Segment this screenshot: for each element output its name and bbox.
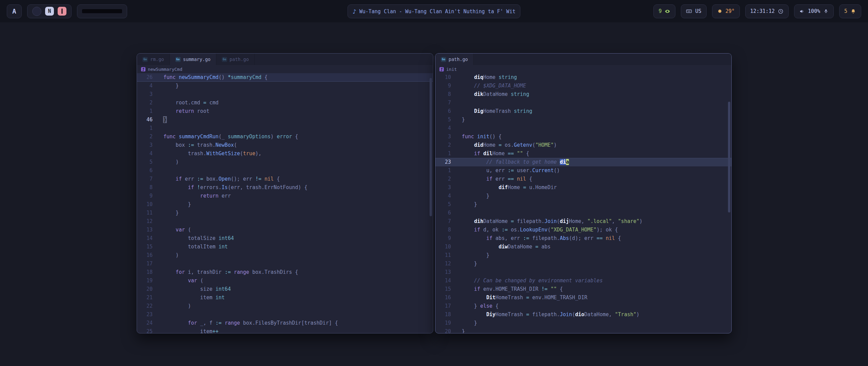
- code-line[interactable]: 14 totalSize int64: [137, 234, 433, 243]
- code-line[interactable]: 1 if dilHome == "" {: [435, 149, 731, 158]
- code-line[interactable]: 4 }: [435, 192, 731, 200]
- code-line[interactable]: 24 for _, f := range box.FilesByTrashDir…: [137, 319, 433, 327]
- keyboard-layout-value: US: [695, 8, 701, 14]
- code-line[interactable]: 8 dikDataHome string: [435, 90, 731, 99]
- code-line[interactable]: 23 // fallback to get home dia: [435, 158, 731, 166]
- code-line[interactable]: 13: [435, 268, 731, 277]
- code-line[interactable]: 3func init() {: [435, 133, 731, 141]
- code-line[interactable]: 1: [137, 124, 433, 133]
- code-line[interactable]: 15 totalItem int: [137, 243, 433, 251]
- context-line[interactable]: 26func newSummaryCmd() *summaryCmd {: [137, 73, 433, 82]
- tab-label: path.go: [230, 57, 249, 62]
- line-number: 6: [137, 166, 159, 175]
- code-line[interactable]: 19 var (: [137, 277, 433, 285]
- code-line[interactable]: 1 u, err := user.Current(): [435, 166, 731, 175]
- code-line[interactable]: 5 ): [137, 158, 433, 166]
- clock-module[interactable]: 12:31:12: [745, 4, 789, 18]
- code-line[interactable]: 5}: [435, 116, 731, 124]
- code-line[interactable]: 8 if d, ok := os.LookupEnv("XDG_DATA_HOM…: [435, 226, 731, 234]
- volume-value: 100%: [808, 8, 820, 14]
- code-line[interactable]: 25 item++: [137, 327, 433, 333]
- scrollbar-left[interactable]: [430, 78, 432, 216]
- code-text: }: [457, 192, 489, 200]
- code-line[interactable]: 10 diqHome string: [435, 73, 731, 82]
- code-line[interactable]: 14 // Can be changed by environment vari…: [435, 277, 731, 285]
- code-line[interactable]: 9 // $XDG_DATA_HOME: [435, 82, 731, 90]
- code-line[interactable]: 23: [137, 310, 433, 319]
- keyboard-layout-module[interactable]: US: [681, 4, 706, 18]
- code-line[interactable]: 21 item int: [137, 293, 433, 302]
- code-line[interactable]: 4: [435, 124, 731, 133]
- window-title-module[interactable]: [77, 4, 127, 18]
- code-line[interactable]: 16 DitHomeTrash = env.HOME_TRASH_DIR: [435, 293, 731, 302]
- app-icon-book[interactable]: [58, 7, 66, 16]
- app-icon-circle[interactable]: [32, 7, 41, 16]
- code-text: trash.WithGetSize(true),: [159, 149, 261, 158]
- volume-module[interactable]: 100%: [794, 4, 834, 18]
- code-text: if d, ok := os.LookupEnv("XDG_DATA_HOME"…: [457, 226, 618, 234]
- app-icon-n[interactable]: N: [45, 7, 54, 16]
- code-line[interactable]: 1 return root: [137, 107, 433, 116]
- code-line[interactable]: 16 ): [137, 251, 433, 260]
- code-line[interactable]: 7: [435, 99, 731, 107]
- code-text: [159, 124, 163, 133]
- line-number: 9: [435, 82, 457, 90]
- code-line[interactable]: 7 if err := box.Open(); err != nil {: [137, 175, 433, 183]
- line-number: 9: [435, 234, 457, 243]
- weather-module[interactable]: 29°: [712, 4, 740, 18]
- tab-rm.go[interactable]: rm.go: [137, 54, 170, 65]
- code-line[interactable]: 8 if !errors.Is(err, trash.ErrNotFound) …: [137, 183, 433, 192]
- launcher-button[interactable]: A: [7, 4, 22, 18]
- code-line[interactable]: 20 size int64: [137, 285, 433, 293]
- line-number: 16: [435, 293, 457, 302]
- code-line[interactable]: 2 didHome = os.Getenv("HOME"): [435, 141, 731, 149]
- code-line[interactable]: 7 dihDataHome = filepath.Join(dijHome, "…: [435, 217, 731, 226]
- code-line[interactable]: 17 } else {: [435, 302, 731, 310]
- code-line[interactable]: 18 DiyHomeTrash = filepath.Join(dioDataH…: [435, 310, 731, 319]
- code-line[interactable]: 22 ): [137, 302, 433, 310]
- code-line[interactable]: 2 root.cmd = cmd: [137, 99, 433, 107]
- code-text: func newSummaryCmd() *summaryCmd {: [159, 73, 268, 82]
- code-line[interactable]: 6: [137, 166, 433, 175]
- code-line[interactable]: 13 var (: [137, 226, 433, 234]
- tab-path.go[interactable]: path.go: [216, 54, 255, 65]
- code-line[interactable]: 46}: [137, 116, 433, 124]
- code-line[interactable]: 17: [137, 260, 433, 268]
- line-number: 2: [435, 141, 457, 149]
- code-line[interactable]: 3: [137, 90, 433, 99]
- code-line[interactable]: 20}: [435, 327, 731, 333]
- code-line[interactable]: 10 diwDataHome = abs: [435, 243, 731, 251]
- code-line[interactable]: 15 if env.HOME_TRASH_DIR != "" {: [435, 285, 731, 293]
- code-line[interactable]: 11 }: [137, 209, 433, 217]
- code-line[interactable]: 3 difHome = u.HomeDir: [435, 183, 731, 192]
- code-line[interactable]: 4 trash.WithGetSize(true),: [137, 149, 433, 158]
- code-line[interactable]: 11 }: [435, 251, 731, 260]
- scrollbar-right[interactable]: [728, 102, 730, 212]
- code-line[interactable]: 6: [435, 209, 731, 217]
- line-number: 4: [137, 82, 159, 90]
- music-player-module[interactable]: Wu-Tang Clan - Wu-Tang Clan Ain't Nuthin…: [348, 4, 520, 18]
- eye-module[interactable]: 9: [653, 4, 675, 18]
- code-line[interactable]: 9 return err: [137, 192, 433, 200]
- code-text: [457, 124, 462, 133]
- code-line[interactable]: 6 DigHomeTrash string: [435, 107, 731, 116]
- code-line[interactable]: 9 if abs, err := filepath.Abs(d); err ==…: [435, 234, 731, 243]
- line-number: 3: [137, 141, 159, 149]
- line-number: 7: [137, 175, 159, 183]
- top-bar: A N Wu-Tang Clan - Wu-Tang Clan Ain't Nu…: [0, 0, 868, 22]
- code-line[interactable]: 10 }: [137, 200, 433, 209]
- code-text: }: [457, 327, 465, 333]
- function-icon: [439, 67, 444, 72]
- code-line[interactable]: 12: [137, 217, 433, 226]
- code-line[interactable]: 4 }: [137, 82, 433, 90]
- code-line[interactable]: 2func summaryCmdRun(_ summaryOptions) er…: [137, 133, 433, 141]
- code-line[interactable]: 2 if err == nil {: [435, 175, 731, 183]
- code-line[interactable]: 5 }: [435, 200, 731, 209]
- tab-path.go[interactable]: path.go: [435, 54, 474, 65]
- code-line[interactable]: 18 for i, trashDir := range box.TrashDir…: [137, 268, 433, 277]
- code-line[interactable]: 19 }: [435, 319, 731, 327]
- tab-summary.go[interactable]: summary.go: [170, 54, 216, 65]
- code-line[interactable]: 12 }: [435, 260, 731, 268]
- code-line[interactable]: 3 box := trash.NewBox(: [137, 141, 433, 149]
- notifications-module[interactable]: 5: [839, 4, 861, 18]
